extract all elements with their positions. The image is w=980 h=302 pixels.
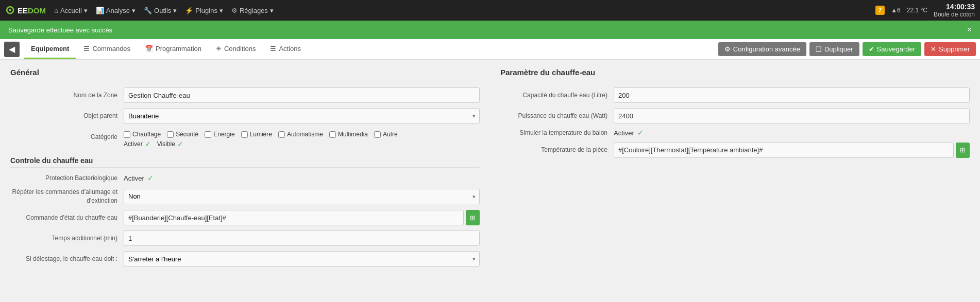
capacite-group: Capacité du chauffe eau (Litre): [500, 87, 970, 103]
wrench-icon: 🔧: [144, 7, 152, 14]
tab-programmation-label: Programmation: [156, 45, 201, 52]
temps-input[interactable]: [124, 230, 480, 246]
home-icon: ⌂: [54, 7, 58, 14]
delestage-label: Si délestage, le chauffe-eau doit :: [10, 255, 124, 263]
capacite-input[interactable]: [614, 87, 970, 103]
cat-energie[interactable]: Energie: [205, 131, 234, 138]
visible-label: Visible: [157, 140, 175, 148]
nav-reglages-label: Réglages: [240, 7, 268, 14]
config-avancee-label: Configuration avancée: [733, 45, 800, 53]
time-block: 14:00:33 Boule de coton: [934, 3, 975, 18]
cat-energie-check[interactable]: [205, 131, 211, 138]
nav-plugins[interactable]: ⚡ Plugins ▾: [185, 7, 223, 14]
nom-zone-label: Nom de la Zone: [10, 91, 124, 100]
activer-checkbox[interactable]: Activer ✓: [124, 140, 151, 148]
objet-parent-select[interactable]: Buanderie: [124, 108, 480, 123]
check-icon: ✔: [869, 45, 874, 53]
tab-commandes-label: Commandes: [92, 45, 130, 52]
chevron-down-icon: ▾: [173, 7, 177, 14]
puissance-group: Puissance du chauffe eau (Watt): [500, 108, 970, 123]
navbar-right: 7 ▲6 22.1 °C 14:00:33 Boule de coton: [875, 3, 975, 18]
categorie-label: Catégorie: [10, 131, 124, 141]
commande-group: Commande d'état du chauffe-eau ⊞: [10, 210, 480, 225]
activer-check-mark: ✓: [145, 140, 151, 148]
brand-ee: EE: [18, 6, 28, 15]
repeter-select[interactable]: Non: [124, 189, 480, 204]
delestage-select[interactable]: S'arreter a l'heure: [124, 251, 480, 267]
gear-icon: ⚙: [231, 7, 238, 14]
capacite-label: Capacité du chauffe eau (Litre): [500, 91, 614, 100]
wifi-icon: ▲6: [891, 7, 901, 14]
cat-securite[interactable]: Sécurité: [167, 131, 198, 138]
objet-parent-group: Objet parent Buanderie ▾: [10, 108, 480, 123]
main-content: Général Nom de la Zone Objet parent Buan…: [0, 60, 980, 280]
alert-banner: Sauvegarde effectuée avec succès ×: [0, 21, 980, 39]
tab-programmation[interactable]: 📅 Programmation: [138, 40, 209, 59]
temp-display: 22.1 °C: [907, 7, 927, 14]
temperature-picker-button[interactable]: ⊞: [956, 143, 970, 158]
alert-close-button[interactable]: ×: [967, 26, 972, 34]
cat-autre[interactable]: Autre: [374, 131, 398, 138]
tab-equipement[interactable]: Equipement: [24, 40, 76, 59]
commande-input[interactable]: [124, 210, 464, 225]
simuler-value: Activer: [614, 129, 634, 137]
cat-multimedia-check[interactable]: [329, 131, 336, 138]
categories-checkboxes: Chauffage Sécurité Energie Lumière Autom…: [124, 131, 398, 138]
nav-outils[interactable]: 🔧 Outils ▾: [144, 7, 177, 14]
simuler-check: ✓: [637, 129, 644, 137]
cat-chauffage-check[interactable]: [124, 131, 130, 138]
nav-accueil-label: Accueil: [60, 7, 82, 14]
tab-commandes[interactable]: ☰ Commandes: [76, 40, 138, 59]
notification-badge[interactable]: 7: [875, 6, 885, 15]
chevron-down-icon: ▾: [270, 7, 274, 14]
cat-lumiere[interactable]: Lumière: [241, 131, 272, 138]
puissance-input[interactable]: [614, 108, 970, 123]
cat-automatisme[interactable]: Automatisme: [278, 131, 323, 138]
commande-picker-button[interactable]: ⊞: [466, 210, 480, 225]
cat-automatisme-check[interactable]: [278, 131, 285, 138]
puzzle-icon: ⚡: [185, 7, 193, 14]
temperature-input[interactable]: [614, 143, 954, 158]
list-icon: ☰: [83, 45, 90, 52]
nom-zone-wrap: [124, 87, 480, 103]
tab-actions[interactable]: ☰ Actions: [263, 40, 308, 59]
protection-check: ✓: [147, 174, 154, 182]
nom-zone-input[interactable]: [124, 87, 480, 103]
tab-bar: ◀ Equipement ☰ Commandes 📅 Programmation…: [0, 39, 980, 60]
temps-label: Temps additionnel (min): [10, 234, 124, 243]
commande-label: Commande d'état du chauffe-eau: [10, 214, 124, 222]
tab-conditions[interactable]: ✳ Conditions: [209, 40, 263, 59]
config-avancee-button[interactable]: ⚙ Configuration avancée: [718, 42, 806, 56]
dupliquer-label: Dupliquer: [824, 45, 853, 53]
nav-reglages[interactable]: ⚙ Réglages ▾: [231, 7, 274, 14]
controle-title: Controle du chauffe eau: [10, 156, 480, 168]
sauvegarder-label: Sauvegarder: [877, 45, 915, 53]
simuler-group: Simuler la temperature du balon Activer …: [500, 129, 970, 137]
capacite-wrap: [614, 87, 970, 103]
commande-input-wrap: ⊞: [124, 210, 480, 225]
cat-chauffage[interactable]: Chauffage: [124, 131, 161, 138]
objet-parent-select-wrap: Buanderie ▾: [124, 108, 480, 123]
back-button[interactable]: ◀: [4, 42, 20, 57]
nav-accueil[interactable]: ⌂ Accueil ▾: [54, 7, 88, 14]
cat-autre-check[interactable]: [374, 131, 381, 138]
nav-analyse[interactable]: 📊 Analyse ▾: [96, 7, 136, 14]
visible-checkbox[interactable]: Visible ✓: [157, 140, 183, 148]
supprimer-button[interactable]: ✕ Supprimer: [924, 42, 976, 56]
sauvegarder-button[interactable]: ✔ Sauvegarder: [863, 42, 921, 56]
supprimer-label: Supprimer: [939, 45, 970, 53]
profile-name: Boule de coton: [934, 11, 975, 18]
cat-multimedia[interactable]: Multimédia: [329, 131, 368, 138]
navbar-left: ⊙ EEDOM ⌂ Accueil ▾ 📊 Analyse ▾ 🔧 Outils…: [5, 4, 274, 17]
nav-plugins-label: Plugins: [195, 7, 217, 14]
temperature-label: Température de la pièce: [500, 146, 614, 154]
repeter-select-wrap: Non ▾: [124, 189, 480, 204]
visible-check-mark: ✓: [177, 140, 183, 148]
cat-lumiere-check[interactable]: [241, 131, 248, 138]
tab-actions-label: Actions: [279, 45, 301, 52]
repeter-label: Répéter les commandes d'allumage et d'ex…: [10, 188, 124, 205]
brand-logo: ⊙: [5, 4, 14, 17]
dupliquer-button[interactable]: ❑ Dupliquer: [809, 42, 859, 56]
cat-securite-check[interactable]: [167, 131, 174, 138]
copy-icon: ❑: [816, 45, 822, 53]
